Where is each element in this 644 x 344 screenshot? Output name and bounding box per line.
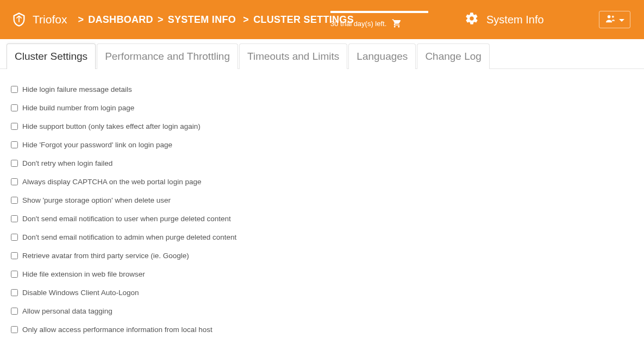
setting-label[interactable]: Hide support button (only takes effect a… <box>22 122 201 130</box>
setting-checkbox[interactable] <box>11 289 18 296</box>
setting-row: Allow personal data tagging <box>11 307 633 315</box>
setting-label[interactable]: Don't retry when login failed <box>22 159 112 167</box>
setting-label[interactable]: Hide build number from login page <box>22 104 134 112</box>
logo-icon <box>11 11 27 28</box>
setting-label[interactable]: Show 'purge storage option' when delete … <box>22 196 171 204</box>
setting-row: Only allow access performance informatio… <box>11 326 633 334</box>
cart-icon[interactable] <box>392 18 402 28</box>
setting-row: Show 'purge storage option' when delete … <box>11 196 633 204</box>
sysinfo-area[interactable]: System Info <box>465 11 544 28</box>
tab-timeouts-and-limits[interactable]: Timeouts and Limits <box>239 43 347 69</box>
setting-label[interactable]: Don't send email notification to admin w… <box>22 233 236 241</box>
breadcrumb-dashboard[interactable]: DASHBOARD <box>88 14 153 26</box>
brand-name: Triofox <box>33 13 67 26</box>
breadcrumb-separator: > <box>158 14 164 26</box>
setting-checkbox[interactable] <box>11 160 18 167</box>
setting-row: Always display CAPTCHA on the web portal… <box>11 178 633 186</box>
tab-cluster-settings[interactable]: Cluster Settings <box>7 43 96 69</box>
breadcrumb: > DASHBOARD > SYSTEM INFO > CLUSTER SETT… <box>77 14 354 26</box>
setting-checkbox[interactable] <box>11 252 18 259</box>
setting-row: Don't send email notification to user wh… <box>11 215 633 223</box>
breadcrumb-systeminfo[interactable]: SYSTEM INFO <box>168 14 236 26</box>
breadcrumb-separator: > <box>78 14 84 26</box>
setting-checkbox[interactable] <box>11 234 18 241</box>
setting-label[interactable]: Retrieve avatar from third party service… <box>22 252 189 260</box>
svg-point-1 <box>612 16 614 18</box>
trial-text: 30 trial day(s) left. <box>330 20 386 28</box>
tab-performance-and-throttling[interactable]: Performance and Throttling <box>97 43 238 69</box>
setting-row: Hide login failure message details <box>11 85 633 93</box>
setting-label[interactable]: Hide login failure message details <box>22 85 132 93</box>
setting-checkbox[interactable] <box>11 215 18 222</box>
logo-area: Triofox > DASHBOARD > SYSTEM INFO > CLUS… <box>11 11 354 28</box>
chevron-down-icon <box>619 15 624 24</box>
tab-change-log[interactable]: Change Log <box>417 43 490 69</box>
setting-checkbox[interactable] <box>11 326 18 333</box>
setting-checkbox[interactable] <box>11 178 18 185</box>
setting-row: Don't send email notification to admin w… <box>11 233 633 241</box>
setting-row: Hide support button (only takes effect a… <box>11 122 633 130</box>
setting-checkbox[interactable] <box>11 308 18 315</box>
setting-label[interactable]: Only allow access performance informatio… <box>22 326 212 334</box>
setting-label[interactable]: Hide 'Forgot your password' link on logi… <box>22 141 172 149</box>
setting-row: Don't retry when login failed <box>11 159 633 167</box>
setting-row: Retrieve avatar from third party service… <box>11 252 633 260</box>
setting-checkbox[interactable] <box>11 123 18 130</box>
setting-row: Hide build number from login page <box>11 104 633 112</box>
settings-content[interactable]: Hide login failure message detailsHide b… <box>0 69 644 344</box>
setting-label[interactable]: Allow personal data tagging <box>22 307 112 315</box>
setting-row: Hide file extension in web file browser <box>11 270 633 278</box>
user-menu[interactable] <box>599 11 630 28</box>
app-header: Triofox > DASHBOARD > SYSTEM INFO > CLUS… <box>0 0 644 39</box>
user-icon <box>605 14 616 25</box>
trial-progress-bar <box>330 11 428 13</box>
setting-checkbox[interactable] <box>11 141 18 148</box>
setting-checkbox[interactable] <box>11 86 18 93</box>
setting-checkbox[interactable] <box>11 271 18 278</box>
trial-area: 30 trial day(s) left. <box>330 11 428 28</box>
setting-checkbox[interactable] <box>11 197 18 204</box>
breadcrumb-separator: > <box>240 14 249 26</box>
svg-point-0 <box>608 15 611 18</box>
setting-row: Hide 'Forgot your password' link on logi… <box>11 141 633 149</box>
gear-icon <box>465 11 479 28</box>
sysinfo-label: System Info <box>486 14 544 26</box>
setting-label[interactable]: Always display CAPTCHA on the web portal… <box>22 178 201 186</box>
setting-row: Disable Windows Client Auto-Logon <box>11 289 633 297</box>
content-wrapper: Hide login failure message detailsHide b… <box>0 69 644 344</box>
setting-label[interactable]: Don't send email notification to user wh… <box>22 215 231 223</box>
tab-languages[interactable]: Languages <box>348 43 416 69</box>
setting-checkbox[interactable] <box>11 104 18 111</box>
setting-label[interactable]: Disable Windows Client Auto-Logon <box>22 289 139 297</box>
tabs-container: Cluster SettingsPerformance and Throttli… <box>0 39 644 69</box>
setting-label[interactable]: Hide file extension in web file browser <box>22 270 145 278</box>
